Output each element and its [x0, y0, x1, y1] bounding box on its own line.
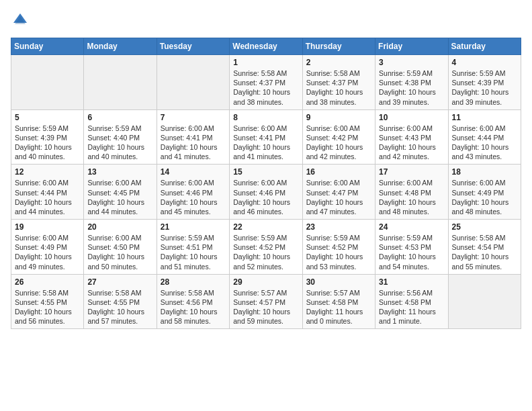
calendar-cell: 14Sunrise: 6:00 AM Sunset: 4:46 PM Dayli… — [157, 165, 229, 220]
day-number: 25 — [452, 222, 517, 232]
day-number: 20 — [87, 222, 152, 232]
calendar-cell — [448, 274, 521, 329]
calendar-cell: 8Sunrise: 6:00 AM Sunset: 4:41 PM Daylig… — [230, 109, 302, 165]
day-number: 1 — [233, 58, 298, 67]
calendar-cell: 7Sunrise: 6:00 AM Sunset: 4:41 PM Daylig… — [157, 109, 229, 165]
day-info: Sunrise: 6:00 AM Sunset: 4:42 PM Dayligh… — [306, 124, 371, 162]
calendar-cell: 27Sunrise: 5:58 AM Sunset: 4:55 PM Dayli… — [84, 274, 157, 329]
calendar-cell: 11Sunrise: 6:00 AM Sunset: 4:44 PM Dayli… — [448, 109, 521, 165]
calendar-cell: 4Sunrise: 5:59 AM Sunset: 4:39 PM Daylig… — [448, 55, 521, 110]
calendar-cell: 3Sunrise: 5:59 AM Sunset: 4:38 PM Daylig… — [375, 55, 448, 110]
calendar-cell: 22Sunrise: 5:59 AM Sunset: 4:52 PM Dayli… — [230, 220, 302, 275]
day-number: 22 — [233, 222, 298, 232]
day-number: 19 — [15, 222, 80, 232]
calendar-cell: 29Sunrise: 5:57 AM Sunset: 4:57 PM Dayli… — [230, 274, 302, 329]
day-number: 6 — [87, 113, 152, 122]
day-number: 8 — [233, 113, 298, 122]
day-number: 17 — [379, 167, 444, 177]
header-saturday: Saturday — [448, 38, 521, 55]
calendar-table: Sunday Monday Tuesday Wednesday Thursday… — [11, 38, 521, 329]
day-info: Sunrise: 5:58 AM Sunset: 4:37 PM Dayligh… — [233, 68, 298, 107]
header — [11, 11, 521, 30]
day-info: Sunrise: 5:58 AM Sunset: 4:55 PM Dayligh… — [87, 288, 152, 326]
day-number: 2 — [306, 58, 371, 67]
week-row-1: 1Sunrise: 5:58 AM Sunset: 4:37 PM Daylig… — [11, 55, 521, 110]
day-info: Sunrise: 6:00 AM Sunset: 4:49 PM Dayligh… — [15, 233, 80, 271]
calendar-cell: 1Sunrise: 5:58 AM Sunset: 4:37 PM Daylig… — [230, 55, 302, 110]
day-info: Sunrise: 6:00 AM Sunset: 4:44 PM Dayligh… — [15, 178, 80, 216]
day-number: 10 — [379, 113, 444, 122]
day-number: 31 — [379, 277, 444, 287]
calendar-cell: 31Sunrise: 5:56 AM Sunset: 4:58 PM Dayli… — [375, 274, 448, 329]
calendar-cell: 6Sunrise: 5:59 AM Sunset: 4:40 PM Daylig… — [84, 109, 157, 165]
day-number: 11 — [452, 113, 517, 122]
week-row-5: 26Sunrise: 5:58 AM Sunset: 4:55 PM Dayli… — [11, 274, 521, 329]
day-number: 7 — [161, 113, 226, 122]
week-row-2: 5Sunrise: 5:59 AM Sunset: 4:39 PM Daylig… — [11, 109, 521, 165]
week-row-4: 19Sunrise: 6:00 AM Sunset: 4:49 PM Dayli… — [11, 220, 521, 275]
day-info: Sunrise: 6:00 AM Sunset: 4:45 PM Dayligh… — [87, 178, 152, 216]
calendar-cell: 10Sunrise: 6:00 AM Sunset: 4:43 PM Dayli… — [375, 109, 448, 165]
day-info: Sunrise: 5:59 AM Sunset: 4:39 PM Dayligh… — [452, 68, 517, 107]
calendar-cell: 5Sunrise: 5:59 AM Sunset: 4:39 PM Daylig… — [11, 109, 84, 165]
day-number: 29 — [233, 277, 298, 287]
header-thursday: Thursday — [302, 38, 375, 55]
day-number: 14 — [161, 167, 226, 177]
day-number: 26 — [15, 277, 80, 287]
day-info: Sunrise: 5:58 AM Sunset: 4:54 PM Dayligh… — [452, 233, 517, 271]
day-number: 18 — [452, 167, 517, 177]
header-tuesday: Tuesday — [157, 38, 229, 55]
day-number: 24 — [379, 222, 444, 232]
calendar-cell: 12Sunrise: 6:00 AM Sunset: 4:44 PM Dayli… — [11, 165, 84, 220]
day-info: Sunrise: 5:59 AM Sunset: 4:53 PM Dayligh… — [379, 233, 444, 271]
calendar-cell: 21Sunrise: 5:59 AM Sunset: 4:51 PM Dayli… — [157, 220, 229, 275]
day-info: Sunrise: 5:56 AM Sunset: 4:58 PM Dayligh… — [379, 288, 444, 326]
day-number: 12 — [15, 167, 80, 177]
weekday-header-row: Sunday Monday Tuesday Wednesday Thursday… — [11, 38, 521, 55]
calendar-cell: 16Sunrise: 6:00 AM Sunset: 4:47 PM Dayli… — [302, 165, 375, 220]
day-info: Sunrise: 5:59 AM Sunset: 4:40 PM Dayligh… — [87, 124, 152, 162]
calendar-cell: 26Sunrise: 5:58 AM Sunset: 4:55 PM Dayli… — [11, 274, 84, 329]
day-number: 3 — [379, 58, 444, 67]
day-number: 4 — [452, 58, 517, 67]
day-info: Sunrise: 6:00 AM Sunset: 4:48 PM Dayligh… — [379, 178, 444, 216]
header-sunday: Sunday — [11, 38, 84, 55]
logo — [11, 11, 30, 30]
calendar-cell — [84, 55, 157, 110]
calendar-cell: 25Sunrise: 5:58 AM Sunset: 4:54 PM Dayli… — [448, 220, 521, 275]
day-info: Sunrise: 6:00 AM Sunset: 4:44 PM Dayligh… — [452, 124, 517, 162]
day-number: 28 — [161, 277, 226, 287]
day-number: 21 — [161, 222, 226, 232]
day-number: 27 — [87, 277, 152, 287]
header-monday: Monday — [84, 38, 157, 55]
week-row-3: 12Sunrise: 6:00 AM Sunset: 4:44 PM Dayli… — [11, 165, 521, 220]
header-friday: Friday — [375, 38, 448, 55]
day-number: 5 — [15, 113, 80, 122]
day-info: Sunrise: 5:59 AM Sunset: 4:52 PM Dayligh… — [306, 233, 371, 271]
day-info: Sunrise: 5:57 AM Sunset: 4:57 PM Dayligh… — [233, 288, 298, 326]
calendar-cell — [157, 55, 229, 110]
day-number: 13 — [87, 167, 152, 177]
calendar-cell: 13Sunrise: 6:00 AM Sunset: 4:45 PM Dayli… — [84, 165, 157, 220]
day-info: Sunrise: 5:59 AM Sunset: 4:52 PM Dayligh… — [233, 233, 298, 271]
logo-icon — [11, 11, 30, 30]
calendar-cell: 28Sunrise: 5:58 AM Sunset: 4:56 PM Dayli… — [157, 274, 229, 329]
calendar-cell: 17Sunrise: 6:00 AM Sunset: 4:48 PM Dayli… — [375, 165, 448, 220]
day-info: Sunrise: 6:00 AM Sunset: 4:50 PM Dayligh… — [87, 233, 152, 271]
day-info: Sunrise: 6:00 AM Sunset: 4:43 PM Dayligh… — [379, 124, 444, 162]
day-number: 30 — [306, 277, 371, 287]
calendar-cell: 15Sunrise: 6:00 AM Sunset: 4:46 PM Dayli… — [230, 165, 302, 220]
day-info: Sunrise: 6:00 AM Sunset: 4:41 PM Dayligh… — [161, 124, 226, 162]
calendar-cell: 24Sunrise: 5:59 AM Sunset: 4:53 PM Dayli… — [375, 220, 448, 275]
day-info: Sunrise: 5:59 AM Sunset: 4:51 PM Dayligh… — [161, 233, 226, 271]
day-info: Sunrise: 5:59 AM Sunset: 4:39 PM Dayligh… — [15, 124, 80, 162]
day-info: Sunrise: 6:00 AM Sunset: 4:41 PM Dayligh… — [233, 124, 298, 162]
day-info: Sunrise: 6:00 AM Sunset: 4:46 PM Dayligh… — [161, 178, 226, 216]
day-info: Sunrise: 5:58 AM Sunset: 4:37 PM Dayligh… — [306, 68, 371, 107]
calendar-cell: 2Sunrise: 5:58 AM Sunset: 4:37 PM Daylig… — [302, 55, 375, 110]
day-info: Sunrise: 5:59 AM Sunset: 4:38 PM Dayligh… — [379, 68, 444, 107]
calendar-cell — [11, 55, 84, 110]
day-number: 15 — [233, 167, 298, 177]
calendar-cell: 9Sunrise: 6:00 AM Sunset: 4:42 PM Daylig… — [302, 109, 375, 165]
day-info: Sunrise: 5:57 AM Sunset: 4:58 PM Dayligh… — [306, 288, 371, 326]
